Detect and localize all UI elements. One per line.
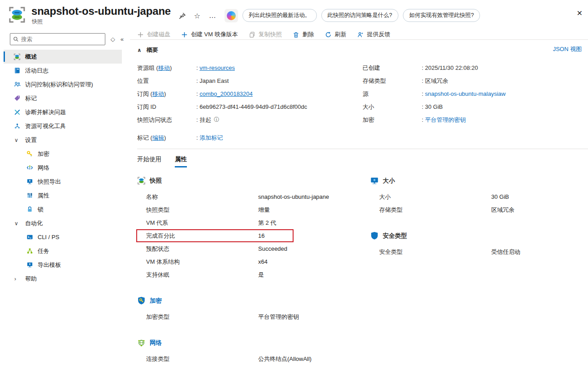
size-row: 大小 30 GiB [363,100,582,113]
sidebar-item-tasks[interactable]: 任务 [4,244,122,258]
plus-icon [137,31,144,38]
terminal-icon [26,234,33,241]
section-encryption: 加密 加密类型 平台管理的密钥 [137,296,370,323]
sidebar-item-resource-visualizer[interactable]: 资源可视化工具 [4,119,122,133]
move-resource-group-link[interactable]: 移动 [158,64,170,71]
copilot-pill-recent-activity[interactable]: 列出此快照的最新活动。 [242,9,317,22]
snapshot-resource-icon [8,6,26,24]
delete-button[interactable]: 删除 [293,30,314,39]
subscription-id-value: 6eb96273-df41-4469-94d9-d71d6c8f00dc [196,103,307,110]
section-title-network: 网络 [150,339,162,347]
more-options-icon[interactable]: … [208,12,216,20]
size-monitor-icon [370,176,379,185]
edit-tags-link[interactable]: 编辑 [152,134,164,141]
resource-group-row: 资源组 (移动) vm-resources [137,61,363,74]
encryption-row: 加密 平台管理的密钥 [363,113,582,126]
sidebar-item-properties[interactable]: 属性 [4,188,122,202]
refresh-button[interactable]: 刷新 [325,30,346,39]
move-subscription-link[interactable]: 移动 [152,90,164,97]
sidebar-item-activity-log[interactable]: 活动日志 [4,64,122,77]
sidebar-group-help[interactable]: › 帮助 [4,272,122,286]
properties-panel: 快照 名称 snapshot-os-ubuntu-japane 快照类型 增量 [137,176,582,377]
close-blade-icon[interactable]: ✕ [577,9,583,17]
page-title: snapshot-os-ubuntu-japane [31,5,171,17]
copilot-pill-manage[interactable]: 如何实现有效管理此快照? [403,9,480,22]
essentials-header[interactable]: ∧ 概要 [137,46,582,54]
location-row: 位置 Japan East [137,74,363,87]
sidebar-item-locks[interactable]: 锁 [4,202,122,216]
storage-type-value: 区域冗余 [422,77,448,85]
copilot-button[interactable] [225,9,238,22]
sidebar-item-networking[interactable]: 网络 [4,161,122,175]
prop-size: 大小 30 GiB [379,190,582,203]
created-row: 已创建 2025/11/30 22:08:20 [363,61,582,74]
snapshot-icon [13,53,21,60]
create-vm-image-version-button[interactable]: 创建 VM 映像版本 [181,30,238,39]
sidebar-item-tags[interactable]: 标记 [4,91,122,105]
prop-name: 名称 snapshot-os-ubuntu-japane [146,190,370,203]
sidebar-item-export-template[interactable]: 导出模板 [4,258,122,272]
sidebar-item-access-control[interactable]: 访问控制(标识和访问管理) [4,77,122,91]
menu-refresh-icon[interactable]: ◇ [111,36,115,43]
chevron-right-icon: › [14,276,20,282]
info-icon[interactable]: ⓘ [214,116,219,124]
create-disk-button[interactable]: 创建磁盘 [137,30,170,39]
refresh-icon [325,31,332,38]
chevron-down-icon: ∨ [14,137,20,143]
tasks-icon [26,248,33,255]
section-title-size: 大小 [383,177,395,185]
collapse-menu-icon[interactable]: « [121,36,124,43]
resource-group-link[interactable]: vm-resources [199,64,235,71]
diagnose-tools-icon [13,109,21,116]
sidebar-item-overview[interactable]: 概述 [4,50,122,64]
prop-storage-type: 存储类型 区域冗余 [379,203,582,216]
sidebar-item-cli-ps[interactable]: CLI / PS [4,230,122,244]
snapshot-export-icon [26,178,33,185]
prop-snapshot-type: 快照类型 增量 [146,203,370,216]
copilot-pill-access-policy[interactable]: 此快照的访问策略是什么? [321,9,398,22]
section-size: 大小 大小 30 GiB 存储类型 区域冗余 [370,176,582,216]
search-input[interactable] [21,36,102,43]
tab-properties[interactable]: 属性 [175,155,187,167]
access-control-icon [13,81,21,88]
chevron-up-icon: ∧ [137,47,143,53]
json-view-link[interactable]: JSON 视图 [553,45,582,53]
tab-get-started[interactable]: 开始使用 [137,155,161,167]
snapshot-access-state-row: 快照访问状态 挂起 ⓘ [137,113,363,126]
feedback-button[interactable]: 提供反馈 [357,30,390,39]
favorite-star-icon[interactable]: ☆ [193,12,201,20]
sidebar-item-snapshot-export[interactable]: 快照导出 [4,175,122,188]
network-brackets-icon [26,164,33,171]
encryption-link[interactable]: 平台管理的密钥 [425,116,466,123]
page-subtitle: 快照 [32,18,171,26]
prop-encryption-type: 加密类型 平台管理的密钥 [146,310,370,323]
section-title-security-type: 安全类型 [383,232,407,240]
key-icon [26,150,33,158]
feedback-person-icon [357,31,364,38]
sidebar-group-settings[interactable]: ∨ 设置 [4,133,122,147]
sidebar-item-diagnose[interactable]: 诊断并解决问题 [4,105,122,119]
sidebar: ◇ « 概述 活动日志 访问控制(标识和访问管理) [0,30,130,377]
source-snapshot-link[interactable]: snapshot-os-ubuntu-malaysiaw [425,90,506,97]
storage-type-row: 存储类型 区域冗余 [363,74,582,87]
trash-icon [293,31,299,38]
search-icon [13,36,19,42]
pin-icon[interactable] [178,12,186,20]
sidebar-item-encryption[interactable]: 加密 [4,147,122,161]
lock-icon [26,206,33,213]
add-tags-link[interactable]: 添加标记 [199,134,223,141]
copy-snapshot-button[interactable]: 复制快照 [249,30,282,39]
page-header: snapshot-os-ubuntu-japane 快照 ☆ … 列出此快照的最… [0,0,588,30]
prop-connectivity-type: 连接类型 公共终结点(AllowAll) [146,352,370,365]
sidebar-search[interactable] [10,33,105,45]
tag-icon [13,95,21,102]
copy-icon [249,31,255,38]
divider [137,149,588,149]
activity-log-icon [13,67,21,74]
tags-row: 标记 (编辑) 添加标记 [137,131,582,144]
sidebar-group-automation[interactable]: ∨ 自动化 [4,216,122,230]
subscription-link[interactable]: combo_2000183204 [199,90,253,97]
section-network: 网络 连接类型 公共终结点(AllowAll) [137,338,370,365]
section-title-encryption: 加密 [150,297,162,305]
snapshot-icon [137,176,146,185]
